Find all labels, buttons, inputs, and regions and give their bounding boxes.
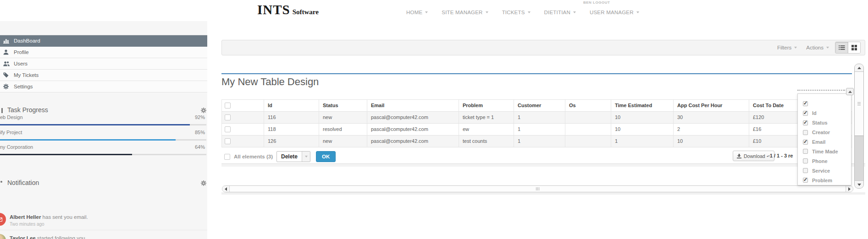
column-checkbox[interactable] bbox=[803, 101, 808, 106]
column-checkbox[interactable] bbox=[803, 168, 808, 173]
cell-problem: ticket type = 1 bbox=[459, 112, 514, 123]
panel-accent-line bbox=[221, 73, 852, 74]
column-menu-item-all[interactable] bbox=[798, 99, 851, 109]
column-checkbox[interactable] bbox=[803, 178, 808, 183]
row-checkbox[interactable] bbox=[225, 138, 231, 144]
column-menu-scroll-up[interactable] bbox=[846, 88, 854, 95]
cell-os bbox=[565, 136, 611, 147]
nav-item-user-manager[interactable]: USER MANAGER bbox=[590, 10, 639, 15]
avatar bbox=[0, 213, 6, 226]
nav-item-home[interactable]: HOME bbox=[406, 10, 428, 15]
sidebar-item-label: My Tickets bbox=[14, 72, 39, 78]
row-checkbox[interactable] bbox=[225, 114, 231, 120]
nav-item-label: TICKETS bbox=[502, 10, 525, 15]
sidebar-item-my-tickets[interactable]: My Tickets bbox=[0, 70, 207, 81]
notification-item-albert-heller[interactable]: Albert Heller has sent you email.Two min… bbox=[0, 214, 207, 230]
logo-primary: INTS bbox=[257, 2, 290, 17]
column-header-email[interactable]: Email bbox=[367, 100, 459, 111]
page-title: My New Table Design bbox=[221, 76, 319, 88]
filters-dropdown[interactable]: Filters bbox=[777, 45, 797, 50]
column-header-customer[interactable]: Customer bbox=[514, 100, 565, 111]
table-row[interactable]: 126newpascal@computer42.comtest counts11… bbox=[222, 136, 852, 147]
column-menu-item-email[interactable]: Email bbox=[798, 137, 851, 147]
bar-chart-icon bbox=[3, 38, 10, 43]
cell-time-estimated: 10 bbox=[611, 124, 674, 135]
down-arrow-icon bbox=[857, 184, 861, 186]
table-row[interactable]: 118resolvedpascal@computer42.comew1102£1… bbox=[222, 124, 852, 136]
sidebar-item-profile[interactable]: Profile bbox=[0, 47, 207, 58]
column-menu-label: Creator bbox=[812, 130, 830, 135]
column-menu-item-creator[interactable]: Creator bbox=[798, 128, 851, 137]
sidebar-item-settings[interactable]: Settings bbox=[0, 81, 207, 92]
up-arrow-icon bbox=[857, 67, 861, 69]
task-progress-gear-icon[interactable] bbox=[201, 108, 206, 113]
column-menu-item-time-made[interactable]: Time Made bbox=[798, 147, 851, 156]
notification-icon bbox=[0, 181, 2, 183]
nav-item-label: HOME bbox=[406, 10, 422, 15]
sidebar-item-dashboard[interactable]: DashBoard bbox=[0, 35, 207, 47]
user-icon bbox=[3, 49, 10, 55]
column-header-time-estimated[interactable]: Time Estimated bbox=[611, 100, 674, 111]
app-logo: INTSSoftware bbox=[257, 2, 319, 17]
cell-email: pascal@computer42.com bbox=[367, 112, 459, 123]
progress-label: ny Corporation bbox=[0, 144, 206, 150]
notification-item-taylor-lee[interactable]: Taylor Lee started following you.Today 1… bbox=[0, 235, 207, 239]
sidebar-item-users[interactable]: Users bbox=[0, 58, 207, 70]
nav-item-tickets[interactable]: TICKETS bbox=[502, 10, 531, 15]
column-menu-drag-handle[interactable] bbox=[797, 90, 845, 91]
download-icon bbox=[737, 154, 741, 158]
select-all-checkbox[interactable] bbox=[225, 103, 231, 109]
chevron-down-icon bbox=[486, 11, 488, 13]
cell-time-estimated: 1 bbox=[611, 136, 674, 147]
scroll-up-arrow[interactable] bbox=[855, 64, 863, 72]
column-menu-item-service[interactable]: Service bbox=[798, 166, 851, 175]
column-header-id[interactable]: Id bbox=[264, 100, 319, 111]
column-menu-item-status[interactable]: Status bbox=[798, 118, 851, 128]
avatar bbox=[0, 234, 6, 239]
row-checkbox[interactable] bbox=[225, 126, 231, 132]
grid-view-button[interactable] bbox=[848, 42, 860, 53]
select-all-header-cell bbox=[222, 100, 264, 111]
actions-dropdown[interactable]: Actions bbox=[806, 45, 829, 50]
cell-time-estimated: 10 bbox=[611, 112, 674, 123]
column-checkbox[interactable] bbox=[803, 111, 808, 116]
scroll-down-arrow[interactable] bbox=[855, 180, 863, 188]
horizontal-scroll-thumb[interactable] bbox=[230, 186, 846, 192]
bulk-action-select[interactable]: Delete bbox=[276, 151, 310, 162]
column-checkbox[interactable] bbox=[803, 149, 808, 154]
column-menu-item-phone[interactable]: Phone bbox=[798, 156, 851, 166]
vertical-scrollbar bbox=[854, 64, 864, 189]
column-checkbox[interactable] bbox=[803, 120, 808, 125]
column-header-status[interactable]: Status bbox=[319, 100, 367, 111]
nav-item-site-manager[interactable]: SITE MANAGER bbox=[442, 10, 488, 15]
tickets-table: IdStatusEmailProblemCustomerOsTime Estim… bbox=[221, 99, 852, 147]
column-header-app-cost-per-hour[interactable]: App Cost Per Hour bbox=[674, 100, 749, 111]
sidebar-menu: DashBoardProfileUsersMy TicketsSettings bbox=[0, 35, 207, 92]
all-elements-checkbox[interactable] bbox=[224, 154, 230, 160]
column-checkbox[interactable] bbox=[803, 130, 808, 135]
task-progress-title: Task Progress bbox=[7, 106, 48, 114]
bulk-action-value: Delete bbox=[277, 152, 302, 162]
column-header-problem[interactable]: Problem bbox=[459, 100, 514, 111]
nav-item-dietitian[interactable]: DIETITIAN bbox=[544, 10, 576, 15]
cell-email: pascal@computer42.com bbox=[367, 136, 459, 147]
notification-gear-icon[interactable] bbox=[201, 180, 206, 186]
column-menu-item-problem[interactable]: Problem bbox=[798, 175, 851, 185]
table-row[interactable]: 116newpascal@computer42.comticket type =… bbox=[222, 112, 852, 124]
envelope-icon bbox=[0, 217, 2, 222]
column-checkbox[interactable] bbox=[803, 158, 808, 163]
column-menu-label: Id bbox=[812, 110, 817, 116]
table-body: 116newpascal@computer42.comticket type =… bbox=[222, 112, 852, 147]
list-view-button[interactable] bbox=[835, 42, 848, 53]
column-menu-item-id[interactable]: Id bbox=[798, 109, 851, 118]
nav-item-label: USER MANAGER bbox=[590, 10, 634, 15]
vertical-scroll-thumb[interactable] bbox=[855, 72, 863, 136]
column-checkbox[interactable] bbox=[803, 140, 808, 145]
ok-button[interactable]: OK bbox=[316, 151, 336, 162]
select-caret bbox=[302, 152, 310, 162]
cell-status: resolved bbox=[319, 124, 367, 135]
column-header-os[interactable]: Os bbox=[565, 100, 611, 111]
scroll-left-arrow[interactable] bbox=[222, 186, 230, 192]
user-logout-link[interactable]: BEN LOGOUT bbox=[583, 0, 610, 5]
scroll-right-arrow[interactable] bbox=[846, 186, 853, 192]
